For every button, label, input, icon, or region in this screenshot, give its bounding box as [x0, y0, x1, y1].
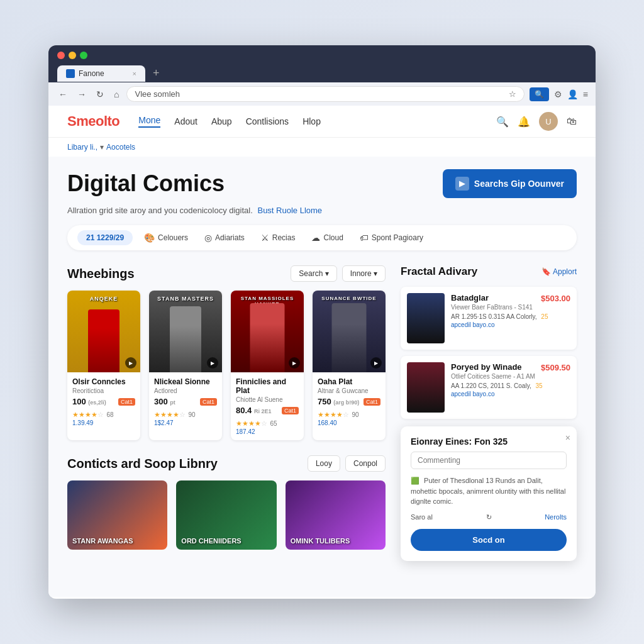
hero-subtitle-link[interactable]: Bust Ruole Llome [257, 206, 322, 215]
loop-button[interactable]: Looy [308, 455, 340, 472]
side-card-2[interactable]: Poryed by Winade $509.50 Otlief Coitices… [401, 356, 577, 419]
play-icon: ▶ [125, 357, 136, 369]
back-button[interactable]: ← [56, 88, 70, 101]
address-text: Vlee somleh [135, 89, 180, 99]
forward-button[interactable]: → [75, 88, 89, 101]
brand-logo[interactable]: Smeolto [67, 113, 119, 130]
cta-label: Searchs Gip Oounver [474, 179, 564, 189]
nav-link-contlisions[interactable]: Contlisions [246, 116, 289, 126]
refresh-button[interactable]: ↻ [94, 88, 106, 101]
maximize-dot[interactable] [80, 52, 87, 59]
two-column-layout: Wheebings Search ▾ Innore ▾ ANQEKE ▶ [67, 265, 577, 561]
bottom-section-actions: Looy Conpol [308, 455, 386, 472]
breadcrumb-library[interactable]: Libary li., [67, 143, 97, 152]
popup-submit-button[interactable]: Socd on [411, 529, 567, 551]
profile-icon: 👤 [567, 89, 578, 99]
popup-footer: Saro al ↻ Nerolts [411, 513, 567, 521]
popup-comment-input[interactable] [411, 452, 567, 469]
filter-recias[interactable]: ⚔ Recias [256, 230, 301, 245]
filter-spont[interactable]: 🏷 Spont Pagioary [355, 230, 428, 245]
comic-card-3[interactable]: STAN MASSIOLES HANKER ▶ Finniclies and P… [231, 291, 304, 440]
main-content: Digital Comics ▶ Searchs Gip Oounver All… [48, 157, 596, 597]
cancel-button[interactable]: Conpol [345, 455, 386, 472]
nav-bell-button[interactable]: 🔔 [518, 116, 530, 128]
menu-icon[interactable]: ≡ [583, 89, 588, 99]
comic-card-1[interactable]: ANQEKE ▶ Olsir Conncles Reoritictioa 100… [67, 291, 140, 440]
bottom-section: Conticts ard Soop Libnry Looy Conpol STA… [67, 455, 386, 550]
nav-link-about[interactable]: Adout [174, 116, 197, 126]
bottom-card-1[interactable]: STANR AWANGAS [67, 480, 167, 550]
nav-links: Mone Adout Abup Contlisions Hlop [138, 115, 321, 128]
more-button[interactable]: Innore ▾ [342, 265, 386, 282]
close-dot[interactable] [57, 52, 65, 59]
popup-body: 🟩 Puter of Thesdlonal 13 Runds an Dalit,… [411, 475, 567, 507]
rating-count-3: 65 [270, 420, 277, 427]
comic-card-2[interactable]: STANB MASTERS ▶ Nlickeal Sionne Actlored… [149, 291, 222, 440]
comic-badge-2: Cat1 [200, 398, 217, 406]
comic-cover-1: ANQEKE ▶ [67, 291, 140, 372]
side-card-title-2: Poryed by Winade [451, 362, 522, 372]
filter-active-pill[interactable]: 21 1229/29 [77, 230, 133, 245]
comic-sub-4: Altnar & Guwcane [318, 387, 380, 394]
side-stars-1: 25 [541, 313, 548, 320]
comic-price-row-1: 100 (es,2li) Cat1 [72, 397, 135, 406]
nav-search-button[interactable]: 🔍 [496, 116, 509, 128]
section-actions: Search ▾ Innore ▾ [291, 265, 386, 282]
comic-name-3: Finniclies and Plat [236, 377, 299, 395]
hero-subtitle: Allration grid site aroy and you codenic… [67, 206, 577, 215]
search-sort-button[interactable]: Search ▾ [291, 265, 336, 282]
home-button[interactable]: ⌂ [111, 88, 121, 101]
extensions-icon: ⚙ [554, 89, 562, 99]
side-card-price-1: $503.00 [541, 294, 570, 303]
nav-link-abup[interactable]: Abup [211, 116, 232, 126]
popup-footer-link[interactable]: Nerolts [545, 513, 567, 521]
filter-colours[interactable]: 🎨 Celouers [139, 230, 193, 245]
bottom-card-2[interactable]: ORD CHENIIDERS [176, 480, 276, 550]
side-card-link-2[interactable]: apcedil bayo.co [451, 391, 570, 397]
browser-tab[interactable]: Fanone × [57, 65, 145, 82]
popup-comic-icon: 🟩 [411, 477, 419, 484]
address-bar-row: ← → ↻ ⌂ Vlee somleh ☆ 🔍 ⚙ 👤 ≡ [48, 82, 596, 106]
popup-close-button[interactable]: × [565, 433, 570, 443]
browser-search-button[interactable]: 🔍 [530, 87, 549, 101]
nav-cart-button[interactable]: 🛍 [567, 116, 577, 127]
filter-adiariats[interactable]: ◎ Adiariats [199, 230, 250, 245]
popup-footer-text: Saro al [411, 513, 433, 521]
page-title: Digital Comics [67, 170, 225, 197]
avatar[interactable]: U [539, 112, 558, 131]
side-header: Fractal Adivary 🔖 Applort [401, 265, 577, 278]
bottom-section-header: Conticts ard Soop Libnry Looy Conpol [67, 455, 386, 472]
comic-badge-1: Cat1 [118, 398, 135, 406]
bottom-grid: STANR AWANGAS ORD CHENIIDERS OMINK TULIB… [67, 480, 386, 550]
comic-footer-3: 187.42 [236, 428, 299, 435]
play-icon-3: ▶ [289, 357, 300, 369]
comic-footer-1: 1.39.49 [72, 419, 135, 426]
nav-link-hlop[interactable]: Hlop [303, 116, 321, 126]
tab-favicon [66, 69, 75, 78]
hero-cta-button[interactable]: ▶ Searchs Gip Oounver [443, 169, 577, 198]
site-nav: Smeolto Mone Adout Abup Contlisions Hlop… [48, 106, 596, 138]
minimize-dot[interactable] [69, 52, 76, 59]
filter-cloud[interactable]: ☁ Cloud [306, 230, 348, 245]
breadcrumb-accotels[interactable]: Aocotels [106, 143, 135, 152]
address-bar[interactable]: Vlee somleh ☆ [126, 86, 524, 102]
colours-icon: 🎨 [144, 233, 155, 243]
side-card-1[interactable]: Batadglar $503.00 Viewer Baer FaBtrans -… [401, 287, 577, 350]
new-tab-button[interactable]: + [148, 64, 165, 82]
tab-bar: Fanone × + [57, 64, 587, 82]
comic-name-1: Olsir Conncles [72, 377, 135, 386]
bookmark-icon: ☆ [509, 89, 516, 99]
wheebings-title: Wheebings [67, 267, 135, 281]
stars-1: ★★★★ [72, 411, 97, 418]
tab-close-btn[interactable]: × [133, 70, 136, 77]
side-link[interactable]: 🔖 Applort [541, 267, 577, 276]
comic-card-4[interactable]: SUNANCE BWTIDE ▶ Oaha Plat Altnar & Guwc… [313, 291, 386, 440]
comic-name-2: Nlickeal Sionne [154, 377, 217, 386]
comic-price-4: 750 (arg b!90) [318, 397, 359, 406]
nav-link-home[interactable]: Mone [138, 115, 160, 128]
address-icons: 🔍 ⚙ 👤 ≡ [530, 87, 588, 101]
comic-price-row-4: 750 (arg b!90) Cat1 [318, 397, 380, 406]
comic-price-row-3: 80.4 Ri 2E1 Cat1 [236, 406, 299, 415]
side-card-link-1[interactable]: apcedil bayo.co [451, 321, 570, 328]
bottom-card-3[interactable]: OMINK TULIBERS [286, 480, 386, 550]
